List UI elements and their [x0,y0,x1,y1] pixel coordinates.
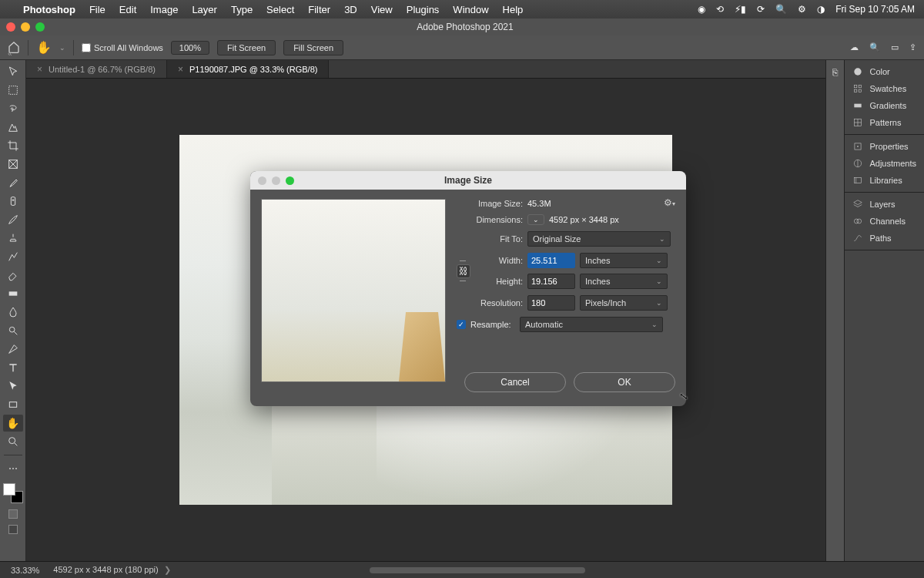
status-zoom[interactable]: 33.33% [11,566,39,575]
resolution-label: Resolution: [457,298,523,307]
siri-icon[interactable]: ◑ [817,4,825,15]
panel-swatches[interactable]: Swatches [845,80,924,97]
close-tab-icon[interactable]: × [37,64,42,75]
image-size-value: 45.3M [527,199,551,208]
menu-help[interactable]: Help [503,4,524,15]
window-zoom-button[interactable] [35,22,45,32]
marquee-tool[interactable] [3,82,23,99]
dialog-close-button[interactable] [258,176,266,185]
horizontal-scrollbar[interactable] [370,567,585,573]
menu-window[interactable]: Window [453,4,488,15]
hand-tool[interactable]: ✋ [3,415,23,432]
dialog-minimize-button[interactable] [272,176,280,185]
cloud-docs-icon[interactable]: ☁ [850,42,859,52]
brush-tool[interactable] [3,211,23,228]
menu-3d[interactable]: 3D [344,4,357,15]
color-swatches[interactable] [3,483,23,503]
quick-selection-tool[interactable] [3,119,23,136]
blur-tool[interactable] [3,304,23,321]
spot-heal-tool[interactable] [3,193,23,210]
share-icon[interactable]: ⇪ [909,42,916,52]
tool-preset-dropdown-icon[interactable]: ⌄ [59,44,65,52]
history-brush-tool[interactable] [3,248,23,265]
hand-tool-icon[interactable]: ✋ [36,40,52,55]
panel-layers[interactable]: Layers [845,196,924,213]
spotlight-icon[interactable]: 🔍 [775,4,787,15]
record-icon[interactable]: ◉ [698,4,705,15]
lasso-tool[interactable] [3,100,23,117]
menu-file[interactable]: File [89,4,105,15]
sync-icon[interactable]: ⟳ [757,4,765,15]
document-tab-0[interactable]: × Untitled-1 @ 66.7% (RGB/8) [26,60,167,78]
menu-plugins[interactable]: Plugins [407,4,440,15]
panel-gradients[interactable]: Gradients [845,97,924,114]
zoom-tool[interactable] [3,433,23,450]
crop-tool[interactable] [3,137,23,154]
edit-toolbar[interactable]: ⋯ [3,460,23,477]
clone-stamp-tool[interactable] [3,230,23,247]
dodge-tool[interactable] [3,322,23,339]
menu-layer[interactable]: Layer [192,4,217,15]
pen-tool[interactable] [3,341,23,358]
resample-dropdown[interactable]: Automatic⌄ [520,317,663,332]
menu-type[interactable]: Type [231,4,253,15]
dialog-zoom-button[interactable] [286,176,294,185]
resample-checkbox[interactable]: ✓ [457,320,466,329]
screen-mode-toggle[interactable] [8,525,18,534]
fill-screen-button[interactable]: Fill Screen [283,40,343,55]
fit-screen-button[interactable]: Fit Screen [217,40,276,55]
chevron-right-icon[interactable]: ❯ [162,565,171,574]
gradient-tool[interactable] [3,285,23,302]
menu-view[interactable]: View [371,4,393,15]
panel-paths[interactable]: Paths [845,230,924,247]
window-minimize-button[interactable] [21,22,30,32]
width-unit-dropdown[interactable]: Inches⌄ [580,253,668,268]
ok-button[interactable]: OK [574,372,675,392]
menu-select[interactable]: Select [266,4,294,15]
creative-cloud-icon[interactable]: ⟲ [716,4,724,15]
resolution-unit-dropdown[interactable]: Pixels/Inch⌄ [580,295,668,311]
dimensions-unit-dropdown[interactable]: ⌄ [527,214,544,225]
menu-image[interactable]: Image [150,4,178,15]
menu-filter[interactable]: Filter [308,4,330,15]
clock[interactable]: Fri Sep 10 7:05 AM [835,4,915,15]
search-icon[interactable]: 🔍 [869,42,880,52]
menu-edit[interactable]: Edit [119,4,136,15]
panel-collapse-icon[interactable]: ⎘ [828,65,843,80]
dialog-settings-gear-icon[interactable]: ⚙▾ [664,197,675,208]
window-close-button[interactable] [6,22,15,32]
panel-channels[interactable]: Channels [845,213,924,230]
panel-patterns[interactable]: Patterns [845,114,924,131]
frame-tool[interactable] [3,156,23,173]
cancel-button[interactable]: Cancel [464,372,566,392]
height-input[interactable] [527,274,575,289]
rectangle-tool[interactable] [3,396,23,413]
svg-rect-10 [855,89,858,92]
battery-icon[interactable]: ⚡︎▮ [735,4,746,15]
panel-libraries[interactable]: Libraries [845,172,924,189]
scroll-all-windows-checkbox[interactable]: Scroll All Windows [82,43,163,52]
workspace-icon[interactable]: ▭ [891,42,899,52]
document-tab-1[interactable]: × P1190087.JPG @ 33.3% (RGB/8) [167,60,330,78]
control-center-icon[interactable]: ⚙ [798,4,806,15]
path-selection-tool[interactable] [3,378,23,395]
panel-properties[interactable]: Properties [845,138,924,155]
fit-to-dropdown[interactable]: Original Size⌄ [527,231,671,247]
eyedropper-tool[interactable] [3,174,23,191]
resolution-input[interactable] [527,295,575,311]
zoom-level-field[interactable]: 100% [171,41,209,55]
constrain-proportions-icon[interactable]: ⛓ [457,264,470,278]
panel-color[interactable]: Color [845,63,924,80]
right-panels: ⎘ Color Swatches Gradients Patterns Prop… [825,60,924,561]
move-tool[interactable] [3,63,23,80]
quick-mask-toggle[interactable] [8,509,18,519]
status-doc-info[interactable]: 4592 px x 3448 px (180 ppi) ❯ [53,565,170,575]
panel-adjustments[interactable]: Adjustments [845,155,924,172]
dialog-titlebar[interactable]: Image Size [250,171,686,190]
height-unit-dropdown[interactable]: Inches⌄ [580,274,668,289]
type-tool[interactable] [3,359,23,376]
eraser-tool[interactable] [3,267,23,284]
app-menu[interactable]: Photoshop [23,4,75,15]
width-input[interactable] [527,253,575,268]
close-tab-icon[interactable]: × [178,64,183,75]
